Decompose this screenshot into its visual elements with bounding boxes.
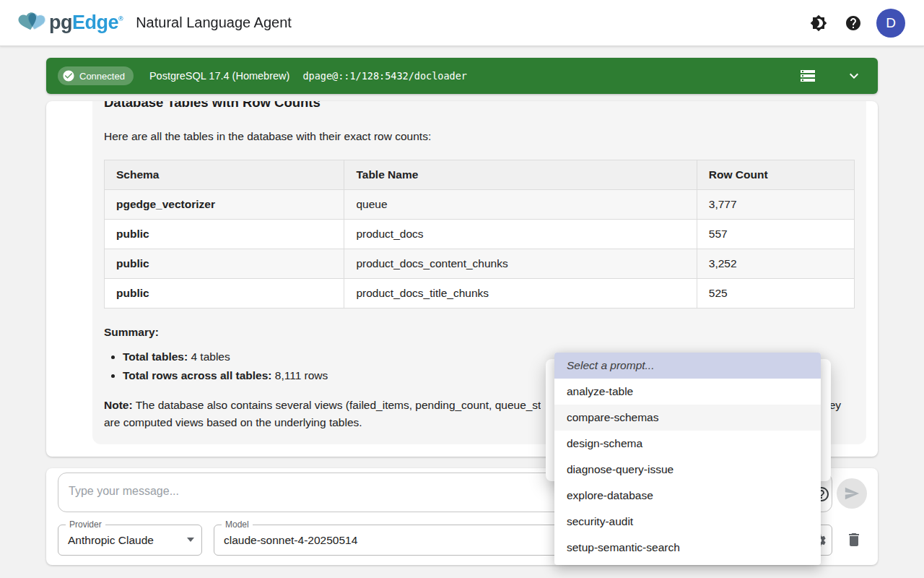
provider-value: Anthropic Claude xyxy=(68,525,154,555)
help-icon[interactable] xyxy=(845,14,862,32)
check-circle-icon xyxy=(62,69,75,82)
prompt-menu-item[interactable]: explore-database xyxy=(554,483,821,509)
table-row: public product_docs_title_chunks 525 xyxy=(105,279,855,309)
schema-cell: public xyxy=(105,279,344,309)
prompt-menu-items: analyze-table compare-schemas design-sch… xyxy=(554,379,821,561)
row-count-cell: 3,252 xyxy=(697,249,854,279)
message-heading: Database Tables with Row Counts xyxy=(104,101,855,112)
table-header-cell: Table Name xyxy=(344,160,697,190)
prompt-menu-placeholder[interactable]: Select a prompt... xyxy=(554,353,821,379)
server-version-text: PostgreSQL 17.4 (Homebrew) xyxy=(149,70,290,82)
table-header-cell: Schema xyxy=(105,160,344,190)
user-avatar[interactable]: D xyxy=(876,9,905,38)
connection-status-text: Connected xyxy=(79,71,125,82)
prompt-menu-item[interactable]: diagnose-query-issue xyxy=(554,457,821,483)
prompt-menu-item[interactable]: design-schema xyxy=(554,431,821,457)
table-row: public product_docs 557 xyxy=(105,220,855,249)
connection-string-text: dpage@::1/128:5432/docloader xyxy=(302,70,467,82)
row-count-cell: 3,777 xyxy=(697,190,854,220)
table-name-cell: product_docs_title_chunks xyxy=(344,279,697,309)
connection-bar[interactable]: Connected PostgreSQL 17.4 (Homebrew) dpa… xyxy=(46,58,878,94)
chevron-down-icon[interactable] xyxy=(845,67,863,85)
pgedge-logo-icon xyxy=(16,8,48,38)
provider-select[interactable]: Provider Anthropic Claude xyxy=(58,525,202,556)
connection-status-badge: Connected xyxy=(58,66,134,85)
row-counts-table: SchemaTable NameRow Count pgedge_vectori… xyxy=(104,160,855,309)
message-intro: Here are all the tables in the database … xyxy=(104,128,855,145)
table-name-cell: product_docs_content_chunks xyxy=(344,249,697,279)
prompt-menu-item[interactable]: setup-semantic-search xyxy=(554,535,821,561)
prompt-menu-item[interactable]: analyze-table xyxy=(554,379,821,405)
table-name-cell: queue xyxy=(344,190,697,220)
table-name-cell: product_docs xyxy=(344,220,697,249)
schema-cell: pgedge_vectorizer xyxy=(105,190,344,220)
prompt-menu-item[interactable]: security-audit xyxy=(554,509,821,535)
app-header: pgEdge® Natural Language Agent D xyxy=(0,0,924,46)
server-list-icon[interactable] xyxy=(799,67,816,85)
prompt-menu-item[interactable]: compare-schemas xyxy=(554,405,821,431)
summary-label: Summary: xyxy=(104,324,855,340)
table-row: pgedge_vectorizer queue 3,777 xyxy=(105,190,855,220)
table-row: public product_docs_content_chunks 3,252 xyxy=(105,249,855,279)
select-arrow-icon xyxy=(187,538,194,542)
page-title: Natural Language Agent xyxy=(136,14,292,31)
model-value: claude-sonnet-4-20250514 xyxy=(224,525,357,555)
clear-chat-trash-icon[interactable] xyxy=(845,530,863,549)
row-count-cell: 525 xyxy=(697,279,854,309)
table-header-cell: Row Count xyxy=(697,160,854,190)
prompt-menu: Select a prompt... analyze-table compare… xyxy=(554,353,821,565)
theme-toggle-icon[interactable] xyxy=(810,14,827,32)
send-button[interactable] xyxy=(837,478,867,509)
schema-cell: public xyxy=(105,220,344,249)
pgedge-logo: pgEdge® xyxy=(16,8,123,38)
pgedge-logo-text: pgEdge® xyxy=(49,12,123,34)
send-icon xyxy=(844,486,860,501)
schema-cell: public xyxy=(105,249,344,279)
row-count-cell: 557 xyxy=(697,220,854,249)
